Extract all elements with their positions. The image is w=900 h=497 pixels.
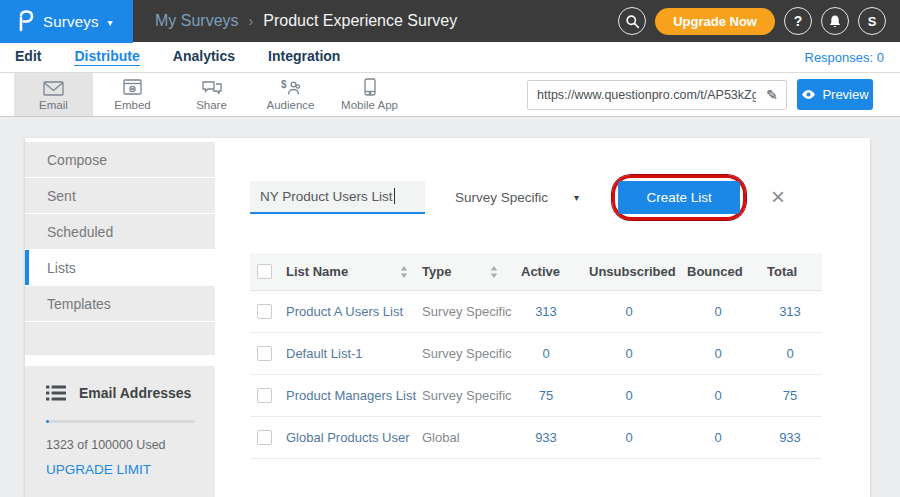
create-list-button[interactable]: Create List	[618, 181, 740, 214]
surveys-app-menu[interactable]: Surveys ▾	[0, 0, 133, 43]
sort-icon[interactable]	[400, 266, 408, 278]
list-type-selected: Survey Specific	[455, 190, 548, 205]
breadcrumb-my-surveys[interactable]: My Surveys	[155, 12, 239, 30]
email-usage-text: 1323 of 100000 Used	[46, 438, 195, 452]
row-checkbox[interactable]	[257, 346, 272, 361]
sidebar-item-lists[interactable]: Lists	[25, 250, 215, 285]
select-all-checkbox[interactable]	[257, 264, 272, 279]
list-type-select[interactable]: Survey Specific ▾	[455, 190, 579, 205]
app-menu-label: Surveys	[43, 13, 99, 30]
breadcrumb: My Surveys › Product Experience Survey	[155, 12, 457, 30]
list-name-input[interactable]: NY Product Users List	[250, 181, 425, 214]
address-list-icon	[46, 385, 66, 401]
unsubscribed-count[interactable]: 0	[580, 346, 678, 361]
tab-integration[interactable]: Integration	[268, 48, 340, 66]
lists-panel: NY Product Users List Survey Specific ▾ …	[215, 138, 870, 497]
chevron-down-icon: ▾	[108, 17, 113, 28]
questionpro-logo-icon	[17, 10, 34, 32]
email-usage-progress-fill	[46, 420, 49, 423]
column-type[interactable]: Type	[422, 264, 512, 279]
help-button[interactable]: ?	[784, 7, 812, 35]
survey-nav-tabs: Edit Distribute Analytics Integration	[15, 48, 340, 66]
total-count[interactable]: 75	[758, 388, 822, 403]
table-row: Product Managers List Survey Specific 75…	[250, 375, 822, 417]
top-bar-actions: Upgrade Now ? S	[618, 7, 900, 35]
avatar-initial: S	[868, 14, 877, 29]
toolbar-item-email[interactable]: Email	[14, 73, 93, 116]
column-bounced: Bounced	[678, 264, 758, 279]
toolbar-item-label: Email	[39, 99, 68, 111]
bounced-count[interactable]: 0	[678, 430, 758, 445]
toolbar-item-label: Audience	[267, 99, 315, 111]
list-name-link[interactable]: Product Managers List	[286, 388, 422, 403]
text-cursor	[394, 188, 395, 204]
sidebar-item-templates[interactable]: Templates	[25, 286, 215, 321]
notifications-button[interactable]	[821, 7, 849, 35]
toolbar-item-audience[interactable]: $ Audience	[251, 73, 330, 116]
survey-url-input[interactable]	[528, 88, 758, 102]
email-addresses-panel: Email Addresses 1323 of 100000 Used UPGR…	[25, 366, 215, 497]
toolbar-item-embed[interactable]: Embed	[93, 73, 172, 116]
create-list-form: NY Product Users List Survey Specific ▾ …	[250, 180, 822, 214]
edit-url-button[interactable]: ✎	[758, 81, 786, 109]
toolbar-item-label: Mobile App	[341, 99, 398, 111]
svg-text:$: $	[281, 79, 287, 90]
email-icon	[43, 78, 64, 96]
unsubscribed-count[interactable]: 0	[580, 388, 678, 403]
tab-analytics[interactable]: Analytics	[173, 48, 235, 66]
table-row: Global Products User Global 933 0 0 933	[250, 417, 822, 459]
active-count[interactable]: 0	[512, 346, 580, 361]
total-count[interactable]: 933	[758, 430, 822, 445]
sidebar-item-compose[interactable]: Compose	[25, 142, 215, 177]
survey-nav: Edit Distribute Analytics Integration Re…	[0, 42, 900, 73]
bounced-count[interactable]: 0	[678, 388, 758, 403]
list-type: Global	[422, 430, 512, 445]
toolbar-item-share[interactable]: Share	[172, 73, 251, 116]
share-icon	[202, 78, 222, 96]
list-name-link[interactable]: Product A Users List	[286, 304, 422, 319]
active-count[interactable]: 313	[512, 304, 580, 319]
tab-distribute[interactable]: Distribute	[74, 48, 139, 66]
question-mark-icon: ?	[794, 13, 803, 29]
row-checkbox[interactable]	[257, 430, 272, 445]
embed-icon	[123, 78, 142, 96]
responses-count-link[interactable]: Responses: 0	[805, 50, 885, 65]
account-avatar[interactable]: S	[858, 7, 886, 35]
bounced-count[interactable]: 0	[678, 346, 758, 361]
preview-button[interactable]: Preview	[797, 79, 873, 110]
sidebar-item-scheduled[interactable]: Scheduled	[25, 214, 215, 249]
email-distribution-card: Compose Sent Scheduled Lists Templates E…	[25, 138, 870, 497]
close-form-button[interactable]: ×	[771, 185, 785, 209]
bounced-count[interactable]: 0	[678, 304, 758, 319]
sidebar-spacer	[25, 322, 215, 355]
close-icon: ×	[771, 183, 785, 210]
toolbar-item-label: Embed	[114, 99, 150, 111]
tab-edit[interactable]: Edit	[15, 48, 41, 66]
sort-icon[interactable]	[490, 266, 498, 278]
unsubscribed-count[interactable]: 0	[580, 430, 678, 445]
active-count[interactable]: 75	[512, 388, 580, 403]
sidebar-item-sent[interactable]: Sent	[25, 178, 215, 213]
column-list-name[interactable]: List Name	[286, 264, 422, 279]
table-row: Product A Users List Survey Specific 313…	[250, 291, 822, 333]
pencil-icon: ✎	[766, 87, 778, 103]
column-active: Active	[512, 264, 580, 279]
table-header-row: List Name Type Active Unsubscribed Bounc…	[250, 253, 822, 291]
unsubscribed-count[interactable]: 0	[580, 304, 678, 319]
row-checkbox[interactable]	[257, 388, 272, 403]
upgrade-limit-link[interactable]: UPGRADE LIMIT	[46, 462, 195, 477]
mobile-app-icon	[364, 78, 376, 96]
active-count[interactable]: 933	[512, 430, 580, 445]
upgrade-now-button[interactable]: Upgrade Now	[655, 8, 775, 35]
list-type: Survey Specific	[422, 304, 512, 319]
total-count[interactable]: 0	[758, 346, 822, 361]
chevron-down-icon: ▾	[574, 192, 579, 203]
list-name-link[interactable]: Default List-1	[286, 346, 422, 361]
search-button[interactable]	[618, 7, 646, 35]
list-name-link[interactable]: Global Products User	[286, 430, 422, 445]
row-checkbox[interactable]	[257, 304, 272, 319]
distribute-toolbar: Email Embed Share $ Audience	[0, 73, 900, 117]
total-count[interactable]: 313	[758, 304, 822, 319]
email-usage-progressbar	[46, 420, 195, 423]
toolbar-item-mobile-app[interactable]: Mobile App	[330, 73, 409, 116]
